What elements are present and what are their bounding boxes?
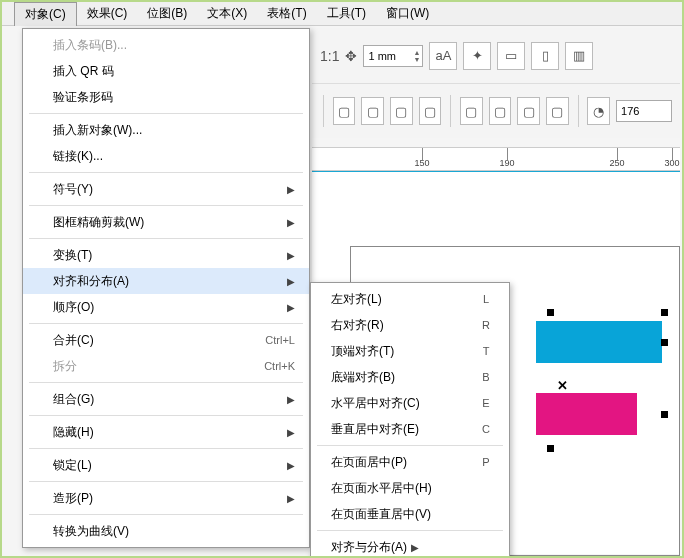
submenu-arrow-icon: ▶ bbox=[411, 542, 419, 553]
menu-separator bbox=[29, 448, 303, 449]
mi-powerclip[interactable]: 图框精确剪裁(W)▶ bbox=[23, 209, 309, 235]
menu-tools[interactable]: 工具(T) bbox=[317, 2, 376, 25]
submenu-arrow-icon: ▶ bbox=[287, 217, 295, 228]
ruler-horizontal: 150 190 250 300 bbox=[312, 147, 680, 171]
shortcut-key: R bbox=[477, 319, 495, 331]
smi-center-page-h[interactable]: 在页面水平居中(H) bbox=[311, 475, 509, 501]
align-btn-4[interactable]: ▢ bbox=[419, 97, 442, 125]
menu-separator bbox=[317, 445, 503, 446]
shape-rect-cyan[interactable] bbox=[536, 321, 662, 363]
spinner-arrows[interactable]: ▲▼ bbox=[414, 49, 423, 63]
shortcut-key: L bbox=[477, 293, 495, 305]
menu-separator bbox=[29, 113, 303, 114]
menu-separator bbox=[29, 514, 303, 515]
smi-center-page-v[interactable]: 在页面垂直居中(V) bbox=[311, 501, 509, 527]
ruler-tick-250: 250 bbox=[609, 158, 624, 168]
selection-handle[interactable] bbox=[661, 411, 668, 418]
align-btn-6[interactable]: ▢ bbox=[489, 97, 512, 125]
align-btn-5[interactable]: ▢ bbox=[460, 97, 483, 125]
mi-links[interactable]: 链接(K)... bbox=[23, 143, 309, 169]
submenu-arrow-icon: ▶ bbox=[287, 427, 295, 438]
mi-validate-barcode[interactable]: 验证条形码 bbox=[23, 84, 309, 110]
menu-separator bbox=[29, 382, 303, 383]
ruler-tick-190: 190 bbox=[499, 158, 514, 168]
shape-rect-magenta[interactable] bbox=[536, 393, 637, 435]
ratio-label: 1:1 bbox=[320, 48, 339, 64]
menu-separator bbox=[29, 205, 303, 206]
smi-align-vcenter[interactable]: 垂直居中对齐(E)C bbox=[311, 416, 509, 442]
mi-lock[interactable]: 锁定(L)▶ bbox=[23, 452, 309, 478]
panel-icon-3[interactable]: ▥ bbox=[565, 42, 593, 70]
menu-separator bbox=[29, 172, 303, 173]
move-icon[interactable]: ✥ bbox=[345, 48, 357, 64]
align-btn-2[interactable]: ▢ bbox=[361, 97, 384, 125]
submenu-arrow-icon: ▶ bbox=[287, 250, 295, 261]
smi-center-page[interactable]: 在页面居中(P)P bbox=[311, 449, 509, 475]
mi-insert-barcode[interactable]: 插入条码(B)... bbox=[23, 32, 309, 58]
menu-separator bbox=[29, 481, 303, 482]
menu-effects[interactable]: 效果(C) bbox=[77, 2, 138, 25]
mi-shaping[interactable]: 造形(P)▶ bbox=[23, 485, 309, 511]
shortcut-label: Ctrl+K bbox=[264, 360, 295, 372]
mi-insert-qr[interactable]: 插入 QR 码 bbox=[23, 58, 309, 84]
numeric-input[interactable] bbox=[616, 100, 672, 122]
smi-align-top[interactable]: 顶端对齐(T)T bbox=[311, 338, 509, 364]
menu-separator bbox=[29, 415, 303, 416]
text-star-icon[interactable]: ✦ bbox=[463, 42, 491, 70]
menu-text[interactable]: 文本(X) bbox=[197, 2, 257, 25]
selection-center-icon[interactable]: ✕ bbox=[557, 378, 568, 393]
submenu-arrow-icon: ▶ bbox=[287, 276, 295, 287]
menu-object[interactable]: 对象(C) bbox=[14, 2, 77, 26]
shortcut-key: B bbox=[477, 371, 495, 383]
mi-breakapart[interactable]: 拆分Ctrl+K bbox=[23, 353, 309, 379]
mi-symbol[interactable]: 符号(Y)▶ bbox=[23, 176, 309, 202]
mi-combine[interactable]: 合并(C)Ctrl+L bbox=[23, 327, 309, 353]
submenu-arrow-icon: ▶ bbox=[287, 302, 295, 313]
shortcut-label: Ctrl+L bbox=[265, 334, 295, 346]
smi-align-left[interactable]: 左对齐(L)L bbox=[311, 286, 509, 312]
mi-insert-object[interactable]: 插入新对象(W)... bbox=[23, 117, 309, 143]
smi-align-dialog[interactable]: 对齐与分布(A)▶ bbox=[311, 534, 509, 558]
smi-align-right[interactable]: 右对齐(R)R bbox=[311, 312, 509, 338]
menu-table[interactable]: 表格(T) bbox=[257, 2, 316, 25]
submenu-arrow-icon: ▶ bbox=[287, 460, 295, 471]
smi-align-hcenter[interactable]: 水平居中对齐(C)E bbox=[311, 390, 509, 416]
align-btn-7[interactable]: ▢ bbox=[517, 97, 540, 125]
selection-handle[interactable] bbox=[547, 445, 554, 452]
panel-icon-2[interactable]: ▯ bbox=[531, 42, 559, 70]
shortcut-key: E bbox=[477, 397, 495, 409]
unit-spinner[interactable]: 1 mm ▲▼ bbox=[363, 45, 423, 67]
object-menu-dropdown: 插入条码(B)... 插入 QR 码 验证条形码 插入新对象(W)... 链接(… bbox=[22, 28, 310, 548]
shortcut-key: T bbox=[477, 345, 495, 357]
selection-handle[interactable] bbox=[661, 339, 668, 346]
text-small-a-icon[interactable]: aA bbox=[429, 42, 457, 70]
mi-hide[interactable]: 隐藏(H)▶ bbox=[23, 419, 309, 445]
mi-transform[interactable]: 变换(T)▶ bbox=[23, 242, 309, 268]
selection-handle[interactable] bbox=[661, 309, 668, 316]
align-btn-3[interactable]: ▢ bbox=[390, 97, 413, 125]
align-btn-8[interactable]: ▢ bbox=[546, 97, 569, 125]
panel-icon-1[interactable]: ▭ bbox=[497, 42, 525, 70]
toolbar: 1:1 ✥ 1 mm ▲▼ aA ✦ ▭ ▯ ▥ ▢ ▢ ▢ ▢ ▢ ▢ ▢ ▢… bbox=[312, 28, 680, 138]
menubar: 对象(C) 效果(C) 位图(B) 文本(X) 表格(T) 工具(T) 窗口(W… bbox=[2, 2, 682, 26]
menu-separator bbox=[29, 323, 303, 324]
unit-value: 1 mm bbox=[368, 50, 396, 62]
menu-window[interactable]: 窗口(W) bbox=[376, 2, 439, 25]
shortcut-key: P bbox=[477, 456, 495, 468]
mi-group[interactable]: 组合(G)▶ bbox=[23, 386, 309, 412]
ruler-tick-300: 300 bbox=[664, 158, 679, 168]
selection-handle[interactable] bbox=[547, 309, 554, 316]
menu-separator bbox=[317, 530, 503, 531]
submenu-arrow-icon: ▶ bbox=[287, 394, 295, 405]
mi-order[interactable]: 顺序(O)▶ bbox=[23, 294, 309, 320]
mi-align-distribute[interactable]: 对齐和分布(A)▶ bbox=[23, 268, 309, 294]
fill-tool-icon[interactable]: ◔ bbox=[587, 97, 610, 125]
align-submenu: 左对齐(L)L 右对齐(R)R 顶端对齐(T)T 底端对齐(B)B 水平居中对齐… bbox=[310, 282, 510, 558]
mi-convert-curves[interactable]: 转换为曲线(V) bbox=[23, 518, 309, 544]
shortcut-key: C bbox=[477, 423, 495, 435]
smi-align-bottom[interactable]: 底端对齐(B)B bbox=[311, 364, 509, 390]
ruler-tick-150: 150 bbox=[414, 158, 429, 168]
submenu-arrow-icon: ▶ bbox=[287, 184, 295, 195]
menu-bitmap[interactable]: 位图(B) bbox=[137, 2, 197, 25]
align-btn-1[interactable]: ▢ bbox=[333, 97, 356, 125]
